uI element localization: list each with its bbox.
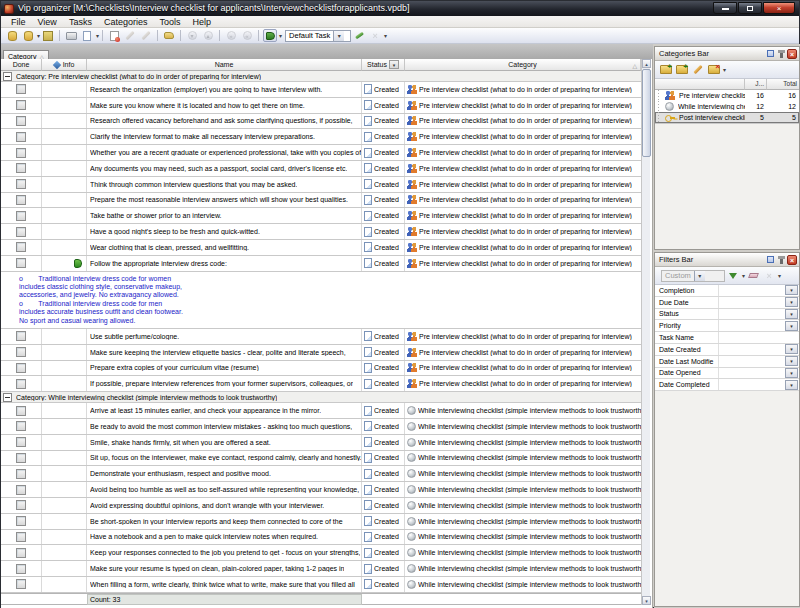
- filter-dropdown-button[interactable]: ▾: [785, 344, 798, 354]
- edit-category-button[interactable]: [691, 63, 705, 76]
- panel-close-button[interactable]: ×: [787, 255, 797, 265]
- task-checkbox[interactable]: [16, 258, 26, 268]
- task-checkbox[interactable]: [16, 485, 26, 495]
- task-row[interactable]: If possible, prepare interview reference…: [1, 376, 641, 392]
- open-database-button[interactable]: [21, 29, 35, 42]
- category-list-item[interactable]: While interviewing check 12 12: [655, 101, 799, 112]
- task-row[interactable]: Research offered vacancy beforehand and …: [1, 114, 641, 130]
- new-database-button[interactable]: [5, 29, 19, 42]
- grid-scrollbar[interactable]: ▴ ▾: [641, 59, 650, 605]
- filter-dropdown-button[interactable]: ▾: [785, 309, 798, 319]
- task-row[interactable]: Think through common interview questions…: [1, 177, 641, 193]
- collapse-icon[interactable]: [3, 393, 12, 402]
- filter-row[interactable]: Date Opened ▾: [655, 368, 799, 380]
- task-row[interactable]: Be short-spoken in your interview report…: [1, 514, 641, 530]
- task-row[interactable]: Sit up, focus on the interviewer, make e…: [1, 451, 641, 467]
- delete-category-button[interactable]: [707, 63, 721, 76]
- task-checkbox[interactable]: [16, 331, 26, 341]
- task-checkbox[interactable]: [16, 242, 26, 252]
- task-row[interactable]: Prepare the most reasonable interview an…: [1, 193, 641, 209]
- task-row[interactable]: Demonstrate your enthusiasm, respect and…: [1, 466, 641, 482]
- move-up-button[interactable]: ▴: [201, 29, 215, 42]
- new-task-button[interactable]: [107, 29, 121, 42]
- clear-filter-button[interactable]: [746, 269, 760, 282]
- category-list-item[interactable]: Post interview checklist 5 5: [655, 112, 799, 123]
- apply-filter-button[interactable]: [726, 269, 740, 282]
- edit-task-button[interactable]: [123, 29, 137, 42]
- filter-row[interactable]: Priority ▾: [655, 320, 799, 332]
- task-checkbox[interactable]: [16, 84, 26, 94]
- notification-button[interactable]: [263, 29, 277, 42]
- task-row[interactable]: Make sure you know where it is located a…: [1, 98, 641, 114]
- add-subcategory-button[interactable]: [675, 63, 689, 76]
- task-row[interactable]: Any documents you may need, such as a pa…: [1, 161, 641, 177]
- filter-row[interactable]: Due Date ▾: [655, 297, 799, 309]
- filter-row[interactable]: Completion ▾: [655, 285, 799, 297]
- filter-dropdown-button[interactable]: ▾: [785, 321, 798, 331]
- add-category-button[interactable]: [659, 63, 673, 76]
- task-checkbox[interactable]: [16, 163, 26, 173]
- menu-item[interactable]: Help: [186, 16, 217, 28]
- task-checkbox[interactable]: [16, 579, 26, 589]
- task-row[interactable]: When filling a form, write clearly, thin…: [1, 577, 641, 593]
- categories-column-name[interactable]: [655, 79, 745, 90]
- print-button[interactable]: [64, 29, 78, 42]
- filter-row[interactable]: Date Created ▾: [655, 344, 799, 356]
- task-row[interactable]: Make sure keeping the interview etiquett…: [1, 345, 641, 361]
- filter-dropdown-button[interactable]: ▾: [785, 285, 798, 295]
- filters-toolbar-caret[interactable]: ▾: [778, 273, 781, 279]
- task-row[interactable]: Clarify the interview format to make all…: [1, 129, 641, 145]
- panel-close-button[interactable]: ×: [787, 49, 797, 59]
- panel-pin-button[interactable]: [776, 49, 786, 59]
- collapse-icon[interactable]: [3, 72, 12, 81]
- task-row[interactable]: Wear clothing that is clean, pressed, an…: [1, 240, 641, 256]
- indent-button[interactable]: »: [224, 29, 238, 42]
- category-group-header[interactable]: Category: Pre interview checklist (what …: [1, 71, 641, 82]
- filter-row[interactable]: Date Last Modifie ▾: [655, 356, 799, 368]
- task-checkbox[interactable]: [16, 148, 26, 158]
- filter-value-field[interactable]: [719, 368, 785, 379]
- move-down-button[interactable]: ▾: [185, 29, 199, 42]
- task-row[interactable]: Smile, shake hands firmly, sit when you …: [1, 435, 641, 451]
- task-checkbox[interactable]: [16, 406, 26, 416]
- task-checkbox[interactable]: [16, 100, 26, 110]
- print-dropdown-caret[interactable]: ▾: [96, 33, 99, 39]
- scroll-down-icon[interactable]: ▾: [642, 596, 651, 605]
- menu-item[interactable]: Tasks: [63, 16, 98, 28]
- panel-restore-button[interactable]: [765, 255, 775, 265]
- categories-column-count1[interactable]: J...: [745, 79, 767, 90]
- filter-row[interactable]: Status ▾: [655, 309, 799, 321]
- task-type-combo-arrow[interactable]: ▾: [333, 31, 344, 41]
- task-row[interactable]: Follow the appropriate interview dress c…: [1, 256, 641, 272]
- filter-dropdown-button[interactable]: ▾: [785, 297, 798, 307]
- apply-task-type-button[interactable]: [352, 29, 366, 42]
- filter-preset-combo[interactable]: Custom ▾: [661, 270, 725, 282]
- filter-value-field[interactable]: [719, 309, 785, 320]
- filter-dropdown-button[interactable]: ▾: [785, 356, 798, 366]
- delete-task-button[interactable]: [139, 29, 153, 42]
- task-checkbox[interactable]: [16, 227, 26, 237]
- complete-task-button[interactable]: [162, 29, 176, 42]
- task-checkbox[interactable]: [16, 548, 26, 558]
- task-checkbox[interactable]: [16, 132, 26, 142]
- close-button[interactable]: ×: [763, 2, 795, 14]
- cancel-task-type-button[interactable]: ×: [368, 29, 382, 42]
- task-checkbox[interactable]: [16, 179, 26, 189]
- filter-value-field[interactable]: [719, 344, 785, 355]
- task-row[interactable]: Avoid being too humble as well as too se…: [1, 482, 641, 498]
- panel-restore-button[interactable]: [765, 49, 775, 59]
- task-checkbox[interactable]: [16, 564, 26, 574]
- task-checkbox[interactable]: [16, 347, 26, 357]
- categories-column-total[interactable]: Total: [767, 79, 799, 90]
- open-dropdown-caret[interactable]: ▾: [37, 33, 40, 39]
- filter-dropdown-button[interactable]: ▾: [785, 380, 798, 390]
- task-checkbox[interactable]: [16, 421, 26, 431]
- task-row[interactable]: Keep your responses connected to the job…: [1, 545, 641, 561]
- panel-pin-button[interactable]: [776, 255, 786, 265]
- task-checkbox[interactable]: [16, 116, 26, 126]
- menu-item[interactable]: Categories: [98, 16, 154, 28]
- filter-value-field[interactable]: [719, 332, 785, 343]
- column-header-info[interactable]: Info: [42, 59, 87, 71]
- task-checkbox[interactable]: [16, 500, 26, 510]
- scroll-up-icon[interactable]: ▴: [642, 59, 651, 68]
